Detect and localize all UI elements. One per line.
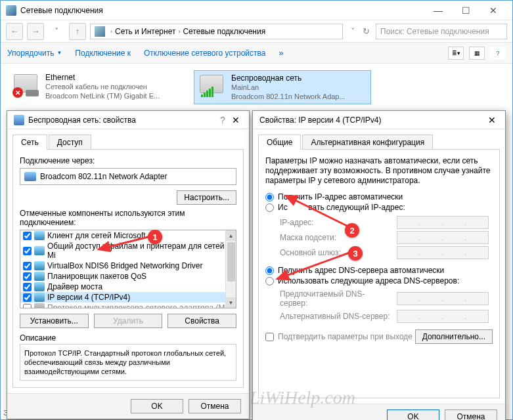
ok-button[interactable]: OK [131, 399, 183, 413]
svg-line-1 [286, 196, 348, 226]
view-icon-1[interactable]: ≣▾ [448, 47, 464, 60]
adapter-selector[interactable]: Broadcom 802.11n Network Adapter [20, 168, 236, 185]
checkbox[interactable] [23, 272, 32, 281]
close-icon[interactable]: ✕ [485, 115, 499, 125]
tab-network[interactable]: Сеть [12, 135, 47, 150]
minimize-button[interactable]: — [424, 1, 452, 20]
checkbox[interactable] [23, 262, 32, 270]
subnet-mask-input[interactable]: ... [397, 231, 489, 244]
dns2-input[interactable]: ... [397, 310, 489, 323]
dns1-input[interactable]: ... [397, 292, 489, 305]
radio-input[interactable] [265, 203, 274, 212]
connection-ethernet[interactable]: ✕ Ethernet Сетевой кабель не подключен B… [9, 70, 186, 104]
dns1-label: Предпочитаемый DNS-сервер: [280, 289, 391, 308]
chevron-right-icon: › [178, 28, 180, 35]
remove-button[interactable]: Удалить [94, 314, 163, 328]
configure-button[interactable]: Настроить... [177, 190, 236, 205]
scroll-up-icon[interactable]: ▲ [226, 230, 236, 241]
refresh-icon[interactable]: ↻ [360, 23, 372, 40]
adapter-properties-dialog: Беспроводная сеть: свойства ? ✕ Сеть Дос… [7, 110, 250, 419]
nav-back-button[interactable]: ← [6, 23, 23, 40]
protocol-icon [34, 293, 45, 302]
scrollbar[interactable]: ▲ ▼ [225, 230, 236, 308]
disconnected-icon: ✕ [12, 87, 23, 98]
svg-line-2 [277, 253, 349, 279]
dialog-buttons: OK Отмена [7, 393, 249, 419]
tab-general[interactable]: Общие [258, 135, 301, 150]
cancel-button[interactable]: Отмена [189, 399, 241, 413]
connection-status: Сетевой кабель не подключен [45, 82, 160, 91]
callout-1: 1 [148, 230, 162, 244]
nic-icon [14, 115, 24, 125]
checkbox[interactable] [23, 232, 32, 240]
list-item: Протокол мультиплексора сетевого адаптер… [20, 303, 236, 308]
search-input[interactable]: Поиск: Сетевые подключения [376, 24, 507, 39]
radio-input[interactable] [265, 193, 274, 201]
ethernet-icon: ✕ [12, 73, 40, 98]
connection-status: MainLan [231, 83, 346, 92]
tab-access[interactable]: Доступ [49, 135, 91, 150]
ok-button[interactable]: OK [387, 410, 439, 420]
dialog-title: Беспроводная сеть: свойства [28, 116, 216, 125]
connection-title: Беспроводная сеть [231, 74, 346, 83]
tab-alt-config[interactable]: Альтернативная конфигурация [302, 135, 433, 150]
help-icon[interactable]: ? [490, 47, 506, 60]
connection-adapter: Broadcom NetLink (TM) Gigabit E... [45, 91, 160, 100]
connection-wifi[interactable]: Беспроводная сеть MainLan Broadcom 802.1… [194, 70, 371, 104]
svg-line-0 [99, 236, 151, 249]
dialog-title: Свойства: IP версии 4 (TCP/IPv4) [259, 116, 485, 125]
protocol-icon [34, 231, 45, 240]
tab-panel-network: Подключение через: Broadcom 802.11n Netw… [12, 149, 244, 388]
toolbar-view-icons: ≣▾ ▦ ? [448, 47, 506, 60]
chevron-right-icon[interactable]: » [279, 48, 283, 58]
description-label: Описание [20, 333, 236, 343]
view-icon-2[interactable]: ▦ [469, 47, 485, 60]
tabs: Сеть Доступ [7, 129, 249, 150]
advanced-button[interactable]: Дополнительно... [415, 329, 493, 344]
nav-forward-button[interactable]: → [27, 23, 44, 40]
protocol-icon [34, 282, 45, 291]
checkbox[interactable] [23, 293, 32, 302]
nic-icon [24, 172, 36, 181]
scroll-down-icon[interactable]: ▼ [226, 297, 236, 308]
properties-button[interactable]: Свойства [167, 314, 236, 328]
install-button[interactable]: Установить... [20, 314, 89, 328]
close-icon[interactable]: ✕ [229, 115, 242, 125]
list-item: VirtualBox NDIS6 Bridged Networking Driv… [20, 261, 236, 271]
list-item-ipv4: IP версии 4 (TCP/IPv4) [20, 292, 236, 303]
maximize-button[interactable]: ☐ [452, 1, 480, 20]
window-controls: — ☐ ✕ [424, 1, 507, 20]
checkbox[interactable] [23, 247, 32, 255]
confirm-checkbox[interactable] [265, 333, 274, 341]
checkbox[interactable] [23, 283, 32, 291]
connect-to-button[interactable]: Подключение к [75, 49, 131, 58]
confirm-checkbox-row[interactable]: Подтвердить параметры при выходе [265, 332, 413, 341]
gateway-input[interactable]: ... [397, 246, 489, 259]
breadcrumb[interactable]: › Сеть и Интернет › Сетевые подключения [90, 24, 343, 39]
protocol-icon [34, 272, 45, 281]
breadcrumb-part[interactable]: Сетевые подключения [183, 27, 265, 36]
callout-3: 3 [348, 246, 363, 261]
cancel-button[interactable]: Отмена [445, 410, 497, 420]
subnet-mask-label: Маска подсети: [280, 233, 391, 242]
window-icon [6, 5, 16, 16]
checkbox[interactable] [23, 304, 32, 309]
list-item: Планировщик пакетов QoS [20, 271, 236, 282]
scroll-thumb[interactable] [227, 242, 235, 282]
components-label: Отмеченные компоненты используются этим … [20, 209, 236, 227]
breadcrumb-dropdown-icon[interactable]: ˅ [347, 23, 359, 40]
adapter-name: Broadcom 802.11n Network Adapter [40, 172, 167, 181]
nav-up-button[interactable]: ↑ [69, 23, 86, 40]
nav-bar: ← → ˅ ↑ › Сеть и Интернет › Сетевые подк… [1, 20, 512, 43]
connection-adapter: Broadcom 802.11n Network Adap... [231, 92, 346, 101]
disable-device-button[interactable]: Отключение сетевого устройства [144, 49, 265, 58]
ip-address-input[interactable]: ... [397, 216, 489, 229]
close-button[interactable]: ✕ [480, 1, 507, 20]
help-icon[interactable]: ? [216, 115, 229, 125]
organize-menu[interactable]: Упорядочить ▼ [7, 49, 62, 58]
breadcrumb-part[interactable]: Сеть и Интернет [115, 27, 175, 36]
nav-dropdown-button[interactable]: ˅ [48, 23, 65, 40]
connection-title: Ethernet [45, 73, 160, 82]
dialog-titlebar: Беспроводная сеть: свойства ? ✕ [7, 111, 249, 129]
titlebar: Сетевые подключения — ☐ ✕ [1, 1, 512, 20]
